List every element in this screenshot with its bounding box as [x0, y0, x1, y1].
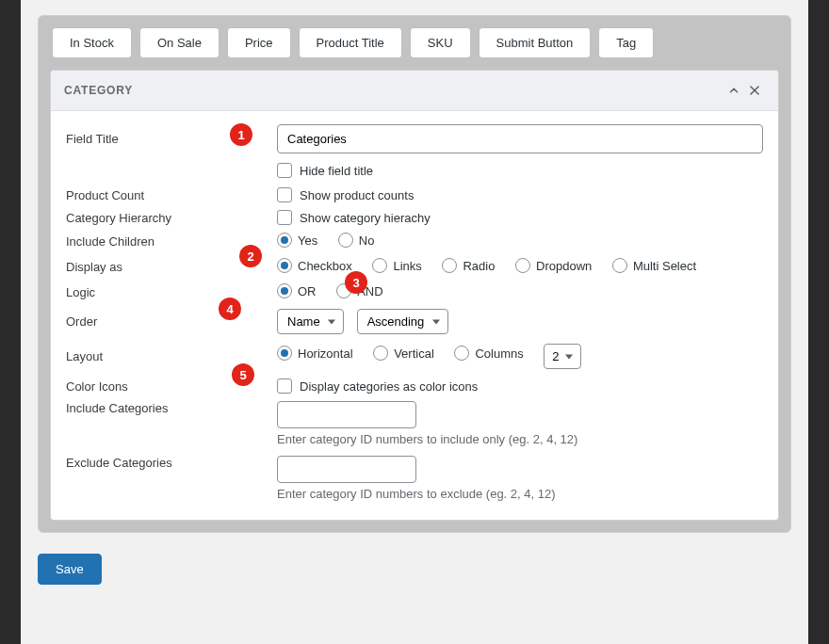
display-multi-select-radio[interactable]: [612, 258, 627, 273]
display-dropdown-radio[interactable]: [515, 258, 530, 273]
field-pill-sku[interactable]: SKU: [410, 27, 471, 58]
label-include-categories: Include Categories: [66, 401, 277, 415]
field-title-input[interactable]: [277, 124, 763, 153]
show-hierarchy-checkbox[interactable]: [277, 210, 292, 225]
layout-columns-label: Columns: [475, 346, 523, 361]
logic-or-label: OR: [298, 284, 317, 298]
annotation-badge-4: 4: [219, 298, 241, 320]
dark-rail-left: [0, 0, 21, 644]
dark-rail-right: [808, 0, 829, 644]
exclude-categories-help: Enter category ID numbers to exclude (eg…: [277, 487, 556, 501]
annotation-badge-5: 5: [232, 363, 254, 386]
layout-vertical-radio[interactable]: [373, 346, 388, 361]
display-multi-select-label: Multi Select: [633, 259, 696, 273]
category-panel: CATEGORY 1 2 3 4 5 Field Title: [50, 70, 779, 521]
available-fields-row: In Stock On Sale Price Product Title SKU…: [39, 16, 790, 70]
field-pill-submit-button[interactable]: Submit Button: [479, 27, 592, 58]
close-icon[interactable]: [744, 80, 765, 101]
label-category-hierarchy: Category Hierarchy: [66, 211, 277, 225]
order-dir-select[interactable]: Ascending: [357, 309, 448, 334]
display-links-label: Links: [393, 259, 421, 273]
layout-horizontal-label: Horizontal: [298, 346, 353, 361]
field-pill-in-stock[interactable]: In Stock: [52, 27, 132, 58]
save-button[interactable]: Save: [38, 554, 102, 585]
label-order: Order: [66, 314, 277, 329]
include-children-no-radio[interactable]: [338, 233, 353, 248]
layout-horizontal-radio[interactable]: [277, 346, 292, 361]
exclude-categories-input[interactable]: [277, 456, 416, 483]
field-pill-tag[interactable]: Tag: [598, 27, 654, 58]
hide-field-title-checkbox[interactable]: [277, 163, 292, 178]
filter-builder-card: In Stock On Sale Price Product Title SKU…: [38, 15, 791, 533]
label-layout: Layout: [66, 349, 277, 363]
display-links-radio[interactable]: [372, 258, 387, 273]
collapse-icon[interactable]: [723, 80, 744, 101]
display-checkbox-label: Checkbox: [298, 259, 352, 273]
layout-columns-select[interactable]: 2: [544, 344, 581, 369]
field-pill-product-title[interactable]: Product Title: [299, 27, 402, 58]
include-children-yes-label: Yes: [298, 233, 317, 248]
label-product-count: Product Count: [66, 188, 277, 202]
include-categories-input[interactable]: [277, 401, 416, 428]
color-icons-checkbox[interactable]: [277, 378, 292, 394]
color-icons-text: Display categories as color icons: [300, 379, 478, 394]
include-children-yes-radio[interactable]: [277, 233, 292, 248]
annotation-badge-2: 2: [239, 245, 262, 267]
category-panel-body: 1 2 3 4 5 Field Title Hide field title P…: [51, 111, 778, 520]
include-categories-help: Enter category ID numbers to include onl…: [277, 432, 577, 446]
hide-field-title-label: Hide field title: [300, 164, 373, 178]
field-pill-price[interactable]: Price: [227, 27, 291, 58]
order-by-select[interactable]: Name: [277, 309, 344, 334]
include-children-no-label: No: [359, 233, 375, 248]
show-product-counts-checkbox[interactable]: [277, 187, 292, 202]
display-dropdown-label: Dropdown: [536, 259, 592, 273]
annotation-badge-3: 3: [345, 271, 367, 294]
field-pill-on-sale[interactable]: On Sale: [139, 27, 219, 58]
logic-or-radio[interactable]: [277, 283, 292, 298]
label-exclude-categories: Exclude Categories: [66, 456, 277, 470]
show-product-counts-label: Show product counts: [300, 188, 414, 202]
category-panel-header: CATEGORY: [51, 71, 778, 111]
layout-columns-radio[interactable]: [454, 346, 469, 361]
show-hierarchy-label: Show category hierachy: [300, 211, 431, 225]
display-radio-radio[interactable]: [442, 258, 457, 273]
label-logic: Logic: [66, 285, 277, 299]
layout-vertical-label: Vertical: [394, 346, 434, 361]
annotation-badge-1: 1: [230, 123, 252, 146]
display-radio-label: Radio: [463, 259, 495, 273]
display-checkbox-radio[interactable]: [277, 258, 292, 273]
panel-title: CATEGORY: [64, 84, 133, 97]
